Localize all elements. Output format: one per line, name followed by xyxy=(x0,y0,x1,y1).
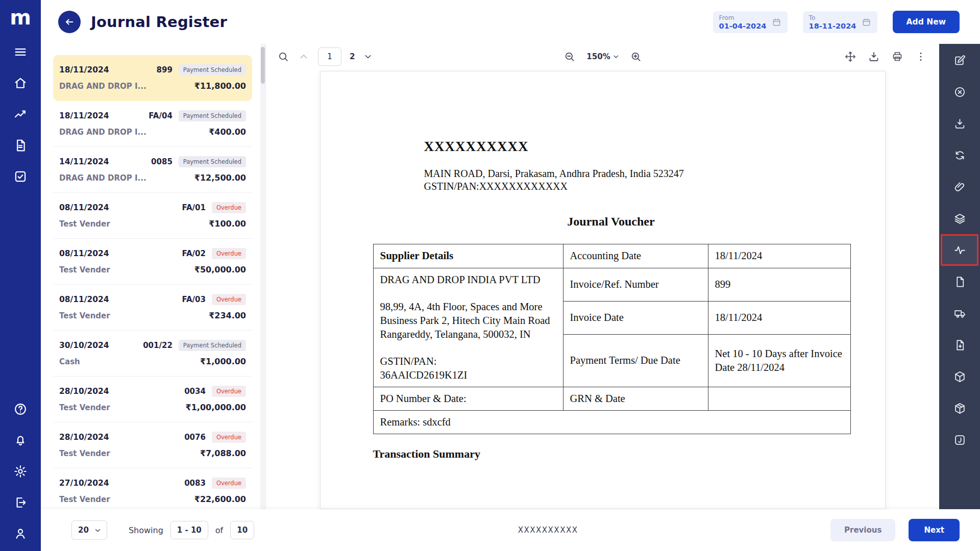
user-icon[interactable] xyxy=(13,527,28,541)
download-icon[interactable] xyxy=(950,114,969,133)
invoice-ref-value: 899 xyxy=(708,268,850,301)
help-icon[interactable] xyxy=(13,402,28,416)
chevron-down-icon xyxy=(95,529,101,532)
app-logo[interactable]: m xyxy=(10,7,31,28)
remarks-cell: Remarks: sdxcfd xyxy=(373,411,850,434)
more-options-icon[interactable] xyxy=(915,51,927,63)
chevron-down-icon[interactable] xyxy=(363,52,373,62)
entry-amount: ₹1,00,000.00 xyxy=(186,403,246,412)
journal-voucher-page: XXXXXXXXXX MAIN ROAD, Darsi, Prakasam, A… xyxy=(320,71,886,509)
journal-list-item[interactable]: 08/11/2024 FA/03 Overdue Test Vender ₹23… xyxy=(53,285,252,331)
footer-watermark: XXXXXXXXXX xyxy=(518,525,578,535)
page-title: Journal Register xyxy=(91,13,227,31)
supplier-gstin: GSTIN/PAN: 36AAICD2619K1ZI xyxy=(380,355,556,382)
entry-ref-number: 0083 xyxy=(184,479,206,488)
chevron-up-icon[interactable] xyxy=(298,51,310,63)
journal-list-item[interactable]: 30/10/2024 001/22 Payment Scheduled Cash… xyxy=(53,331,252,377)
total-count: 10 xyxy=(230,521,254,539)
entry-date: 08/11/2024 xyxy=(59,203,109,212)
entry-amount: ₹11,800.00 xyxy=(194,81,246,91)
sync-icon[interactable] xyxy=(950,146,969,164)
edit-icon[interactable] xyxy=(950,51,969,69)
journal-list-item[interactable]: 18/11/2024 899 Payment Scheduled DRAG AN… xyxy=(53,55,252,101)
journal-list-item[interactable]: 28/10/2024 0034 Overdue Test Vender ₹1,0… xyxy=(53,377,252,422)
pan-icon[interactable] xyxy=(844,51,856,63)
page-total: 2 xyxy=(350,52,355,61)
pagination-bar: 20 Showing 1 - 10 of 10 XXXXXXXXXX Previ… xyxy=(41,509,980,551)
back-button[interactable] xyxy=(58,11,81,33)
journal-list-item[interactable]: 14/11/2024 0085 Payment Scheduled DRAG A… xyxy=(53,147,252,193)
journal-list-item[interactable]: 08/11/2024 FA/01 Overdue Test Vender ₹10… xyxy=(53,193,252,239)
layers-icon[interactable] xyxy=(950,209,969,228)
arrow-left-icon xyxy=(64,16,75,28)
package-in-icon[interactable] xyxy=(950,399,969,417)
entry-ref-number: 899 xyxy=(157,65,173,74)
status-badge: Payment Scheduled xyxy=(179,340,246,351)
file-add-icon[interactable] xyxy=(950,336,969,354)
journal-list-item[interactable]: 28/10/2024 0076 Overdue Test Vender ₹7,0… xyxy=(53,422,252,468)
package-out-icon[interactable] xyxy=(950,367,969,386)
file-icon[interactable] xyxy=(950,272,969,291)
list-scrollbar-track[interactable] xyxy=(260,44,265,509)
add-new-button[interactable]: Add New xyxy=(893,11,960,33)
invoice-date-label: Invoice Date xyxy=(563,301,708,334)
attachment-icon[interactable] xyxy=(950,178,969,196)
journal-icon[interactable] xyxy=(950,431,969,449)
entry-party-name: Test Vender xyxy=(59,449,110,458)
date-from-filter[interactable]: From 01-04-2024 xyxy=(713,11,788,33)
journal-list-item[interactable]: 18/11/2024 FA/04 Payment Scheduled DRAG … xyxy=(53,101,252,147)
entry-party-name: DRAG AND DROP I... xyxy=(59,173,146,183)
entry-date: 30/10/2024 xyxy=(59,341,109,350)
home-icon[interactable] xyxy=(13,76,28,90)
logout-icon[interactable] xyxy=(13,495,28,510)
journal-list-item[interactable]: 08/11/2024 FA/02 Overdue Test Vender ₹50… xyxy=(53,239,252,285)
status-badge: Overdue xyxy=(212,202,246,213)
date-to-label: To xyxy=(809,14,856,21)
bell-icon[interactable] xyxy=(13,433,28,447)
journal-list-item[interactable]: 27/10/2024 0083 Overdue Test Vender ₹22,… xyxy=(53,468,252,509)
page-number-input[interactable] xyxy=(318,47,341,66)
settings-icon[interactable] xyxy=(13,464,28,479)
search-icon[interactable] xyxy=(277,51,289,63)
entry-date: 08/11/2024 xyxy=(59,249,109,258)
entry-ref-number: 0085 xyxy=(151,157,173,166)
entry-amount: ₹50,000.00 xyxy=(194,265,246,274)
download-icon[interactable] xyxy=(868,51,880,63)
status-badge: Overdue xyxy=(212,478,246,489)
entry-amount: ₹12,500.00 xyxy=(194,173,246,183)
zoom-out-icon[interactable] xyxy=(563,51,575,63)
document-icon[interactable] xyxy=(13,138,28,153)
menu-icon[interactable] xyxy=(13,45,28,59)
entry-amount: ₹234.00 xyxy=(209,311,246,320)
entry-party-name: Test Vender xyxy=(59,265,110,274)
next-button[interactable]: Next xyxy=(909,519,960,541)
page-size-select[interactable]: 20 xyxy=(71,520,107,540)
date-to-value: 18-11-2024 xyxy=(809,22,856,30)
activity-icon[interactable] xyxy=(941,234,978,266)
invoice-ref-label: Invoice/Ref. Number xyxy=(563,268,708,301)
document-canvas[interactable]: XXXXXXXXXX MAIN ROAD, Darsi, Prakasam, A… xyxy=(266,69,939,509)
previous-button[interactable]: Previous xyxy=(830,519,895,541)
pagination-buttons: Previous Next xyxy=(830,519,960,541)
entry-amount: ₹100.00 xyxy=(209,219,246,229)
truck-icon[interactable] xyxy=(950,304,969,322)
transaction-summary-heading: Transaction Summary xyxy=(373,447,849,461)
cancel-icon[interactable] xyxy=(950,83,969,101)
zoom-level-select[interactable]: 150% xyxy=(586,52,618,61)
task-check-icon[interactable] xyxy=(13,169,28,184)
entry-ref-number: 001/22 xyxy=(143,341,173,350)
print-icon[interactable] xyxy=(891,51,903,63)
trending-up-icon[interactable] xyxy=(13,107,28,121)
list-scrollbar-thumb[interactable] xyxy=(261,47,265,84)
entry-ref-number: 0076 xyxy=(184,433,206,442)
content-row: 18/11/2024 899 Payment Scheduled DRAG AN… xyxy=(41,44,980,509)
date-to-filter[interactable]: To 18-11-2024 xyxy=(803,11,877,33)
entry-date: 18/11/2024 xyxy=(59,111,109,120)
status-badge: Payment Scheduled xyxy=(179,110,246,121)
entry-date: 28/10/2024 xyxy=(59,387,109,396)
status-badge: Overdue xyxy=(212,294,246,305)
zoom-in-icon[interactable] xyxy=(630,51,642,63)
entry-party-name: DRAG AND DROP I... xyxy=(59,128,146,137)
showing-range: 1 - 10 xyxy=(170,521,208,539)
app-sidebar: m xyxy=(0,0,41,551)
